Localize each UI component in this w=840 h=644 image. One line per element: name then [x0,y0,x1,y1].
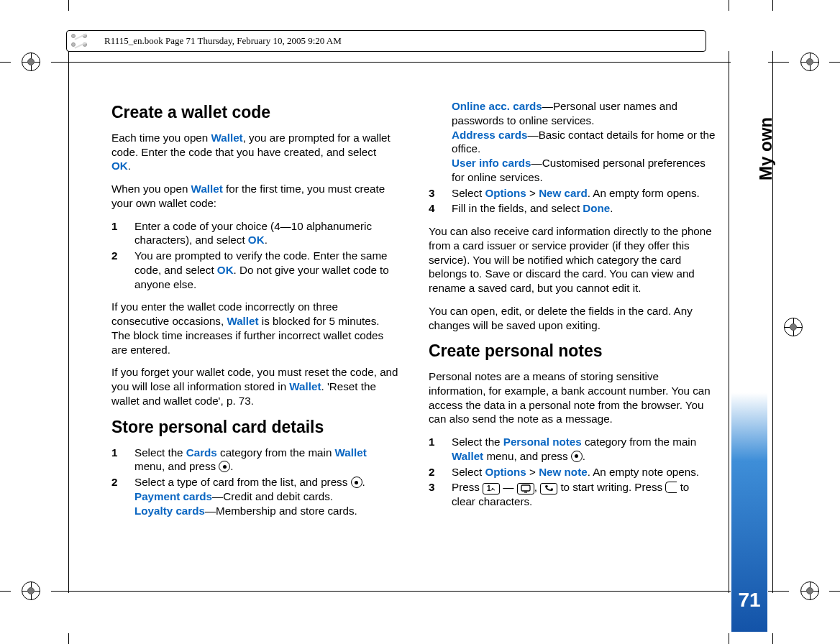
svg-rect-1 [521,485,530,491]
text: > [526,466,539,478]
text: Select a type of card from the list, and… [134,476,351,488]
link-user-info-cards: User info cards [452,157,531,169]
text: Select the [452,436,503,448]
link-wallet: Wallet [289,380,321,392]
text: Fill in the fields, and select [452,202,583,214]
link-done: Done [583,202,610,214]
heading-create-wallet-code: Create a wallet code [111,102,398,124]
link-new-card: New card [539,187,588,199]
text: —Membership and store cards. [205,505,357,517]
list-item: 4 Fill in the fields, and select Done. [429,201,716,216]
page-number: 71 [731,589,767,612]
link-options: Options [485,187,526,199]
list-item: 2 Select Options > New note. An empty no… [429,465,716,479]
text: . [610,202,613,214]
list-item: 1 Select the Cards category from the mai… [111,446,398,474]
paragraph: When you open Wallet for the first time,… [111,182,398,211]
list-item: 1 Enter a code of your choice (4—10 alph… [111,219,398,248]
key-clear-icon [665,482,677,493]
text: Select [452,187,485,199]
link-loyalty-cards: Loyalty cards [134,505,205,517]
text: category from the main [582,436,697,448]
list-number: 3 [429,480,452,509]
link-new-note: New note [539,466,588,478]
pdf-meta-text: R1115_en.book Page 71 Thursday, February… [100,35,342,47]
list-item: 2 Select a type of card from the list, a… [111,475,398,518]
paragraph: Each time you open Wallet, you are promp… [111,131,398,173]
paragraph: Personal notes are a means of storing se… [429,369,716,426]
column-left: Create a wallet code Each time you open … [111,99,398,526]
ordered-list: 1 Enter a code of your choice (4—10 alph… [111,219,398,292]
link-wallet: Wallet [211,132,242,144]
list-item: 2 You are prompted to verify the code. E… [111,249,398,291]
text: When you open [111,183,191,195]
link-online-acc-cards: Online acc. cards [452,100,542,112]
list-number: 1 [111,219,134,248]
list-item: 3 Press 1 — , to start writing. Press to… [429,480,716,509]
text: . [265,234,268,246]
text: Each time you open [111,132,211,144]
nav-key-icon [219,461,230,472]
text: Select [452,466,485,478]
registration-mark-mid-outer [784,318,803,336]
text: menu, and press [134,460,219,472]
list-text: Select the Cards category from the main … [134,446,398,474]
link-personal-notes: Personal notes [503,436,582,448]
link-wallet: Wallet [452,450,483,462]
list-text: Select a type of card from the list, and… [134,475,398,518]
key-screen-icon [517,483,534,494]
text: . [128,160,131,172]
text: — [503,481,516,493]
text: > [526,187,539,199]
list-text: Fill in the fields, and select Done. [452,201,716,216]
text: Press [452,481,483,493]
list-text: Select Options > New note. An empty note… [452,465,716,479]
link-ok: OK [217,264,234,276]
list-number: 1 [429,435,452,464]
list-number: 1 [111,446,134,474]
list-text: Press 1 — , to start writing. Press to c… [452,480,716,509]
text: . An empty form opens. [588,187,700,199]
heading-create-personal-notes: Create personal notes [429,341,716,362]
link-ok: OK [248,234,265,246]
list-text: You are prompted to verify the code. Ent… [134,249,398,291]
list-number [429,99,452,185]
list-number: 2 [111,475,134,518]
key-one-icon: 1 [483,483,500,494]
list-text: Select the Personal notes category from … [452,435,716,464]
column-right: Online acc. cards—Personal user names an… [429,99,716,526]
paragraph: If you forget your wallet code, you must… [111,365,398,408]
registration-mark-bl [22,581,40,600]
list-number: 2 [111,249,134,291]
list-number: 4 [429,201,452,216]
link-cards: Cards [186,446,217,459]
pdf-meta-bar: R1115_en.book Page 71 Thursday, February… [66,30,706,52]
text: . An empty note opens. [588,466,699,478]
list-text: Select Options > New card. An empty form… [452,186,716,201]
paragraph: You can open, edit, or delete the fields… [429,304,716,333]
section-label: My own [756,117,776,180]
list-continuation: Online acc. cards—Personal user names an… [429,99,716,216]
list-text: Enter a code of your choice (4—10 alphan… [134,219,398,248]
list-item: Online acc. cards—Personal user names an… [429,99,716,185]
text: menu, and press [483,450,571,462]
list-number: 3 [429,186,452,201]
page-content: Create a wallet code Each time you open … [111,99,716,526]
link-wallet: Wallet [335,446,367,459]
ordered-list: 1 Select the Cards category from the mai… [111,446,398,518]
list-number: 2 [429,465,452,479]
link-payment-cards: Payment cards [134,490,212,502]
paragraph: If you enter the wallet code incorrectly… [111,300,398,356]
list-item: 3 Select Options > New card. An empty fo… [429,186,716,201]
text: —Credit and debit cards. [212,490,333,502]
ordered-list: 1 Select the Personal notes category fro… [429,435,716,509]
heading-store-personal-card: Store personal card details [111,417,398,438]
nav-key-icon [351,477,362,488]
list-text: Online acc. cards—Personal user names an… [452,99,716,185]
link-wallet: Wallet [191,183,223,195]
svg-text:1: 1 [487,484,491,492]
list-item: 1 Select the Personal notes category fro… [429,435,716,464]
spiral-binding-icon [67,31,100,51]
link-ok: OK [111,160,128,172]
registration-mark-tr [800,52,819,71]
